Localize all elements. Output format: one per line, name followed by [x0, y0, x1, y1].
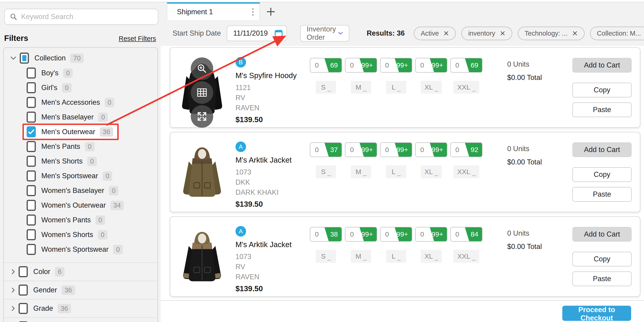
top-divider	[0, 2, 644, 2]
size-qty-input[interactable]: 037	[310, 142, 342, 157]
sidebar-item-womens-pants[interactable]: Women's Pants 0	[4, 213, 158, 227]
tab-menu-icon[interactable]	[252, 8, 254, 16]
checkbox[interactable]	[26, 112, 36, 123]
sidebar-item-mens-shorts[interactable]: Men's Shorts 0	[4, 154, 158, 169]
item-label: Men's Shorts	[41, 157, 82, 165]
checkbox[interactable]	[26, 170, 36, 181]
paste-button[interactable]: Paste	[572, 102, 632, 117]
app: Filters Reset Filters Collection 70 Boy'…	[0, 0, 644, 322]
start-ship-date-field[interactable]	[227, 26, 287, 41]
image-zoom-button[interactable]	[191, 57, 213, 80]
size-qty-input[interactable]: 099+	[380, 227, 412, 242]
size-qty-input[interactable]: 099+	[345, 58, 377, 73]
checkbox-collection[interactable]	[20, 53, 29, 64]
size-qty-input[interactable]: 069	[310, 58, 342, 73]
sidebar-group-grade[interactable]: Grade 36	[4, 299, 158, 317]
size-qty-input[interactable]: 099+	[345, 227, 377, 242]
size-qty-input[interactable]: 084	[450, 227, 482, 242]
tab-shipment-1[interactable]: Shipment 1	[167, 2, 260, 21]
chip-collection[interactable]: Collection: M...	[590, 27, 644, 40]
paste-button[interactable]: Paste	[572, 187, 632, 202]
checkbox[interactable]	[26, 200, 36, 211]
paste-button[interactable]: Paste	[572, 271, 632, 286]
checkbox[interactable]	[18, 303, 28, 314]
product-image[interactable]	[177, 141, 227, 212]
sidebar-item-mens-accessories[interactable]: Men's Accessories 0	[4, 95, 158, 110]
sidebar-group-collection[interactable]: Collection 70	[4, 51, 158, 66]
sidebar-group-color[interactable]: Color 6	[4, 262, 158, 281]
product-title[interactable]: M's Arktik Jacket	[236, 156, 310, 164]
checkbox[interactable]	[26, 126, 36, 137]
grade-badge: B	[236, 57, 246, 68]
color-name: DARK KHAKI	[236, 187, 310, 197]
checkbox[interactable]	[26, 141, 36, 152]
reset-filters-link[interactable]: Reset Filters	[119, 35, 156, 43]
size-qty-input[interactable]: 099+	[345, 142, 377, 157]
checkbox[interactable]	[26, 229, 36, 240]
product-price: $139.50	[236, 115, 310, 124]
product-title[interactable]: M's Spyfire Hoody	[236, 71, 310, 80]
checkbox[interactable]	[18, 266, 28, 277]
sidebar-item-womens-baselayer[interactable]: Women's Baselayer 0	[4, 183, 158, 198]
size-qty-input[interactable]: 099+	[415, 227, 447, 242]
checkbox[interactable]	[26, 97, 36, 108]
checkbox[interactable]	[26, 68, 36, 79]
sort-order-dropdown[interactable]: Inventory Order	[300, 25, 349, 42]
size-qty-input[interactable]: 099+	[415, 142, 447, 157]
sidebar-item-boys[interactable]: Boy's 0	[4, 66, 158, 80]
sidebar-group-status[interactable]: Status 3	[4, 317, 158, 322]
image-grid-button[interactable]	[191, 81, 213, 104]
chip-close-icon[interactable]	[444, 31, 449, 36]
sidebar-item-mens-baselayer[interactable]: Men's Baselayer 0	[4, 110, 158, 125]
product-image[interactable]	[177, 226, 227, 296]
qty-value: 0	[420, 230, 424, 238]
size-qty-input[interactable]: 069	[450, 58, 482, 73]
size-qty-input[interactable]: 092	[450, 142, 482, 157]
count-badge: 34	[110, 201, 124, 210]
sidebar-item-girls[interactable]: Girl's 0	[4, 80, 158, 95]
chevron-down-icon	[10, 57, 16, 60]
sidebar-item-mens-pants[interactable]: Men's Pants 0	[4, 139, 158, 154]
sidebar-item-womens-shorts[interactable]: Women's Shorts 0	[4, 227, 158, 242]
add-to-cart-button[interactable]: Add to Cart	[572, 58, 632, 73]
sidebar-item-mens-sportswear[interactable]: Men's Sportswear 0	[4, 169, 158, 183]
proceed-to-checkout-button[interactable]: Proceed to Checkout	[562, 306, 631, 321]
inventory-count: 84	[471, 230, 478, 238]
chip-close-icon[interactable]	[500, 31, 506, 36]
add-to-cart-button[interactable]: Add to Cart	[572, 227, 632, 242]
copy-button[interactable]: Copy	[572, 252, 632, 266]
size-qty-input[interactable]: 099+	[415, 58, 447, 73]
sidebar-group-gender[interactable]: Gender 36	[4, 281, 158, 299]
add-tab-button[interactable]	[264, 5, 278, 19]
copy-button[interactable]: Copy	[572, 167, 632, 182]
size-qty-input[interactable]: 099+	[380, 58, 412, 73]
chip-technology[interactable]: Technology: ...	[518, 27, 584, 40]
size-qty-input[interactable]: 038	[310, 227, 342, 242]
chip-close-icon[interactable]	[572, 31, 578, 36]
size-matrix: 037 S_ 099+ M_ 099+ L_ 099+	[310, 141, 486, 212]
keyword-search-box[interactable]	[4, 9, 158, 25]
add-to-cart-button[interactable]: Add to Cart	[572, 142, 632, 157]
checkbox[interactable]	[26, 156, 36, 167]
size-qty-input[interactable]: 099+	[380, 142, 412, 157]
checkbox[interactable]	[26, 214, 36, 225]
chip-inventory[interactable]: inventory	[461, 27, 512, 40]
sidebar-item-womens-sportswear[interactable]: Women's Sportswear 0	[4, 242, 158, 257]
checkbox[interactable]	[18, 284, 28, 295]
search-input[interactable]	[21, 13, 153, 21]
checkbox[interactable]	[26, 82, 36, 93]
checkbox[interactable]	[26, 244, 36, 255]
count-badge: 0	[85, 142, 94, 151]
chip-active[interactable]: Active	[414, 27, 456, 40]
copy-button[interactable]: Copy	[572, 83, 632, 97]
calendar-icon[interactable]	[274, 29, 283, 38]
chip-label: Active	[421, 30, 439, 37]
product-title[interactable]: M's Arktik Jacket	[236, 240, 310, 249]
product-image[interactable]	[177, 57, 227, 127]
item-label: Men's Sportswear	[41, 172, 98, 180]
image-expand-button[interactable]	[191, 105, 213, 128]
sidebar-item-womens-outerwear[interactable]: Women's Outerwear 34	[4, 198, 158, 213]
sidebar-item-mens-outerwear[interactable]: Men's Outerwear 36	[4, 125, 158, 139]
start-ship-date-input[interactable]	[233, 29, 272, 38]
checkbox[interactable]	[26, 185, 36, 196]
